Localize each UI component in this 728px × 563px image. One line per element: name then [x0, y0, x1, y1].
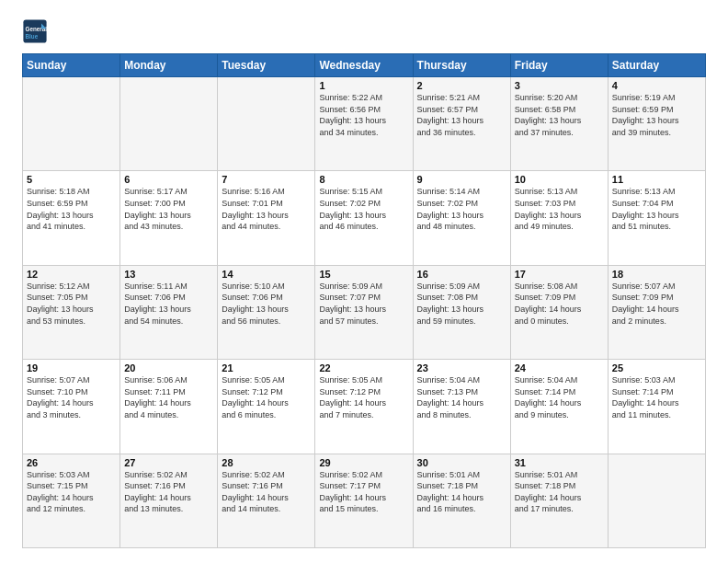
calendar-cell: 23Sunrise: 5:04 AMSunset: 7:13 PMDayligh…: [413, 360, 510, 454]
calendar-cell: 10Sunrise: 5:13 AMSunset: 7:03 PMDayligh…: [510, 171, 608, 265]
day-number: 12: [27, 269, 116, 280]
calendar-cell: [23, 77, 120, 171]
calendar-cell: 26Sunrise: 5:03 AMSunset: 7:15 PMDayligh…: [23, 454, 120, 547]
calendar-cell: 24Sunrise: 5:04 AMSunset: 7:14 PMDayligh…: [510, 360, 608, 454]
day-number: 2: [417, 80, 506, 91]
calendar-cell: 17Sunrise: 5:08 AMSunset: 7:09 PMDayligh…: [510, 265, 608, 359]
calendar-page: General Blue SundayMondayTuesdayWednesda…: [0, 0, 728, 563]
day-info: Sunrise: 5:14 AMSunset: 7:02 PMDaylight:…: [417, 186, 506, 232]
calendar-cell: [608, 454, 705, 547]
calendar-cell: 16Sunrise: 5:09 AMSunset: 7:08 PMDayligh…: [413, 265, 510, 359]
calendar-cell: 1Sunrise: 5:22 AMSunset: 6:56 PMDaylight…: [315, 77, 413, 171]
header: General Blue: [22, 18, 706, 44]
calendar-cell: 12Sunrise: 5:12 AMSunset: 7:05 PMDayligh…: [23, 265, 120, 359]
day-number: 8: [319, 174, 408, 185]
day-info: Sunrise: 5:18 AMSunset: 6:59 PMDaylight:…: [27, 186, 116, 232]
day-info: Sunrise: 5:20 AMSunset: 6:58 PMDaylight:…: [515, 92, 604, 138]
day-info: Sunrise: 5:09 AMSunset: 7:07 PMDaylight:…: [319, 281, 408, 327]
day-info: Sunrise: 5:21 AMSunset: 6:57 PMDaylight:…: [417, 92, 506, 138]
day-number: 1: [319, 80, 408, 91]
calendar-cell: 18Sunrise: 5:07 AMSunset: 7:09 PMDayligh…: [608, 265, 705, 359]
calendar-cell: 7Sunrise: 5:16 AMSunset: 7:01 PMDaylight…: [218, 171, 315, 265]
day-info: Sunrise: 5:05 AMSunset: 7:12 PMDaylight:…: [222, 374, 311, 420]
day-number: 30: [417, 457, 506, 468]
day-info: Sunrise: 5:03 AMSunset: 7:14 PMDaylight:…: [612, 374, 701, 420]
calendar-cell: 3Sunrise: 5:20 AMSunset: 6:58 PMDaylight…: [510, 77, 608, 171]
weekday-header-tuesday: Tuesday: [218, 54, 315, 77]
calendar-cell: 4Sunrise: 5:19 AMSunset: 6:59 PMDaylight…: [608, 77, 705, 171]
weekday-header-friday: Friday: [510, 54, 608, 77]
calendar-cell: 27Sunrise: 5:02 AMSunset: 7:16 PMDayligh…: [120, 454, 218, 547]
day-info: Sunrise: 5:12 AMSunset: 7:05 PMDaylight:…: [27, 281, 116, 327]
day-number: 17: [515, 269, 604, 280]
calendar-week-5: 26Sunrise: 5:03 AMSunset: 7:15 PMDayligh…: [23, 454, 706, 547]
day-info: Sunrise: 5:10 AMSunset: 7:06 PMDaylight:…: [222, 281, 311, 327]
calendar-cell: 15Sunrise: 5:09 AMSunset: 7:07 PMDayligh…: [315, 265, 413, 359]
calendar-cell: 14Sunrise: 5:10 AMSunset: 7:06 PMDayligh…: [218, 265, 315, 359]
day-number: 22: [319, 362, 408, 373]
svg-text:Blue: Blue: [26, 33, 39, 40]
day-number: 28: [222, 457, 311, 468]
day-number: 26: [27, 457, 116, 468]
logo: General Blue: [22, 18, 51, 44]
weekday-header-thursday: Thursday: [413, 54, 510, 77]
day-info: Sunrise: 5:11 AMSunset: 7:06 PMDaylight:…: [124, 281, 213, 327]
day-info: Sunrise: 5:02 AMSunset: 7:17 PMDaylight:…: [319, 469, 408, 515]
day-info: Sunrise: 5:07 AMSunset: 7:09 PMDaylight:…: [612, 281, 701, 327]
calendar-week-1: 1Sunrise: 5:22 AMSunset: 6:56 PMDaylight…: [23, 77, 706, 171]
calendar-cell: 8Sunrise: 5:15 AMSunset: 7:02 PMDaylight…: [315, 171, 413, 265]
day-info: Sunrise: 5:19 AMSunset: 6:59 PMDaylight:…: [612, 92, 701, 138]
day-info: Sunrise: 5:04 AMSunset: 7:14 PMDaylight:…: [515, 374, 604, 420]
day-number: 15: [319, 269, 408, 280]
day-info: Sunrise: 5:08 AMSunset: 7:09 PMDaylight:…: [515, 281, 604, 327]
day-info: Sunrise: 5:05 AMSunset: 7:12 PMDaylight:…: [319, 374, 408, 420]
day-number: 23: [417, 362, 506, 373]
day-info: Sunrise: 5:17 AMSunset: 7:00 PMDaylight:…: [124, 186, 213, 232]
day-info: Sunrise: 5:02 AMSunset: 7:16 PMDaylight:…: [222, 469, 311, 515]
calendar-cell: 6Sunrise: 5:17 AMSunset: 7:00 PMDaylight…: [120, 171, 218, 265]
calendar-cell: 11Sunrise: 5:13 AMSunset: 7:04 PMDayligh…: [608, 171, 705, 265]
calendar-week-2: 5Sunrise: 5:18 AMSunset: 6:59 PMDaylight…: [23, 171, 706, 265]
day-number: 11: [612, 174, 701, 185]
weekday-header-row: SundayMondayTuesdayWednesdayThursdayFrid…: [23, 54, 706, 77]
day-number: 13: [124, 269, 213, 280]
calendar-cell: [218, 77, 315, 171]
day-info: Sunrise: 5:03 AMSunset: 7:15 PMDaylight:…: [27, 469, 116, 515]
day-number: 3: [515, 80, 604, 91]
day-info: Sunrise: 5:09 AMSunset: 7:08 PMDaylight:…: [417, 281, 506, 327]
calendar-cell: 30Sunrise: 5:01 AMSunset: 7:18 PMDayligh…: [413, 454, 510, 547]
logo-icon: General Blue: [22, 18, 48, 44]
day-number: 25: [612, 362, 701, 373]
calendar-cell: 21Sunrise: 5:05 AMSunset: 7:12 PMDayligh…: [218, 360, 315, 454]
day-info: Sunrise: 5:16 AMSunset: 7:01 PMDaylight:…: [222, 186, 311, 232]
day-number: 6: [124, 174, 213, 185]
day-info: Sunrise: 5:15 AMSunset: 7:02 PMDaylight:…: [319, 186, 408, 232]
day-info: Sunrise: 5:01 AMSunset: 7:18 PMDaylight:…: [417, 469, 506, 515]
weekday-header-wednesday: Wednesday: [315, 54, 413, 77]
calendar-cell: 9Sunrise: 5:14 AMSunset: 7:02 PMDaylight…: [413, 171, 510, 265]
day-number: 20: [124, 362, 213, 373]
day-info: Sunrise: 5:02 AMSunset: 7:16 PMDaylight:…: [124, 469, 213, 515]
calendar-cell: 13Sunrise: 5:11 AMSunset: 7:06 PMDayligh…: [120, 265, 218, 359]
day-number: 29: [319, 457, 408, 468]
calendar-cell: 25Sunrise: 5:03 AMSunset: 7:14 PMDayligh…: [608, 360, 705, 454]
calendar-cell: 22Sunrise: 5:05 AMSunset: 7:12 PMDayligh…: [315, 360, 413, 454]
weekday-header-monday: Monday: [120, 54, 218, 77]
calendar-week-4: 19Sunrise: 5:07 AMSunset: 7:10 PMDayligh…: [23, 360, 706, 454]
calendar-cell: 19Sunrise: 5:07 AMSunset: 7:10 PMDayligh…: [23, 360, 120, 454]
day-info: Sunrise: 5:22 AMSunset: 6:56 PMDaylight:…: [319, 92, 408, 138]
calendar-cell: 31Sunrise: 5:01 AMSunset: 7:18 PMDayligh…: [510, 454, 608, 547]
calendar-cell: 5Sunrise: 5:18 AMSunset: 6:59 PMDaylight…: [23, 171, 120, 265]
day-info: Sunrise: 5:01 AMSunset: 7:18 PMDaylight:…: [515, 469, 604, 515]
weekday-header-sunday: Sunday: [23, 54, 120, 77]
day-info: Sunrise: 5:07 AMSunset: 7:10 PMDaylight:…: [27, 374, 116, 420]
weekday-header-saturday: Saturday: [608, 54, 705, 77]
calendar-table: SundayMondayTuesdayWednesdayThursdayFrid…: [22, 53, 706, 548]
calendar-cell: 2Sunrise: 5:21 AMSunset: 6:57 PMDaylight…: [413, 77, 510, 171]
day-number: 31: [515, 457, 604, 468]
calendar-body: 1Sunrise: 5:22 AMSunset: 6:56 PMDaylight…: [23, 77, 706, 548]
day-number: 16: [417, 269, 506, 280]
day-number: 9: [417, 174, 506, 185]
day-number: 10: [515, 174, 604, 185]
day-info: Sunrise: 5:06 AMSunset: 7:11 PMDaylight:…: [124, 374, 213, 420]
